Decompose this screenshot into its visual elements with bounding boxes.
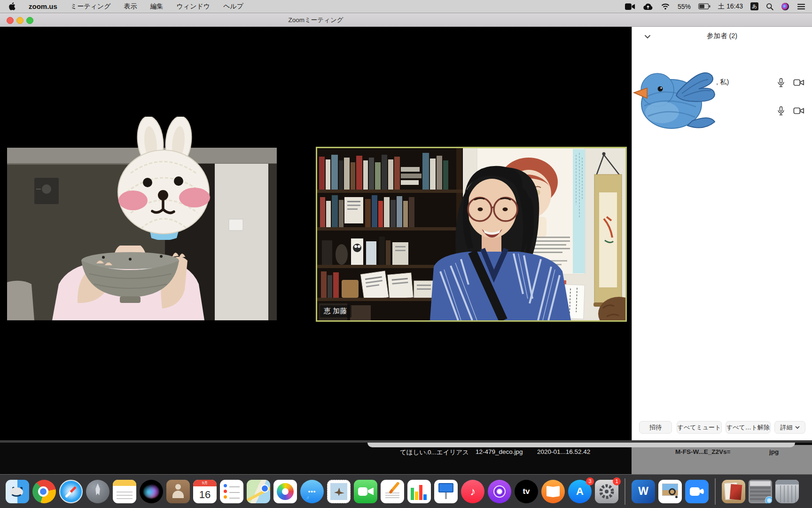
appstore-badge: 3 [586,477,594,485]
participants-header: 参加者 (2) [632,27,812,45]
dock-appletv-icon[interactable]: tv [515,480,538,503]
window-bottom-edge [367,443,795,447]
clock[interactable]: 土 16:43 [718,2,743,11]
participant-mic-icon[interactable] [776,106,786,118]
dock-music-icon[interactable]: ♪ [461,480,484,503]
dock-podcasts-icon[interactable] [488,480,511,503]
desktop-file-label[interactable]: てほしい.0...エイリアス [400,448,469,457]
dock-divider [625,478,625,505]
window-title: Zoomミーティング [0,13,632,27]
more-chevron-icon [795,426,800,429]
cloud-upload-icon[interactable] [643,3,653,10]
dock-appstore-icon[interactable]: A 3 [568,480,592,503]
dock-finder-icon[interactable] [6,480,29,503]
dock-preview-icon[interactable] [658,480,682,503]
dock: 5月 16 ••• ♪ tv A 3 1 W [0,474,812,508]
dock-chrome-icon[interactable] [32,480,56,503]
dock-contacts-icon[interactable] [166,480,190,503]
video-status-icon[interactable] [625,3,635,10]
dock-launchpad-icon[interactable] [86,480,109,503]
menu-bar: zoom.us ミーティング 表示 編集 ウィンドウ ヘルプ 55% 土 16:… [0,0,812,13]
battery-percent: 55% [678,3,691,10]
minimized-window-safari-badge [765,496,772,503]
menu-help[interactable]: ヘルプ [223,2,243,11]
participants-actions: 招待 すべてミュート すべて…ト解除 詳細 [632,421,812,434]
spotlight-search-icon[interactable] [766,3,773,10]
dock-calendar-icon[interactable]: 5月 16 [193,480,217,503]
participant-video-icon[interactable] [793,106,804,118]
dock-photos-icon[interactable] [273,480,297,503]
dock-minimized-window-icon[interactable] [749,480,772,503]
participant-bird-avatar[interactable] [633,68,717,130]
dock-trash-icon[interactable] [775,480,799,503]
speaker-name-label: 恵 加藤 [320,305,351,318]
mute-all-button[interactable]: すべてミュート [677,421,722,434]
desktop-file-label[interactable]: 12-479_deco.jpg [476,448,523,455]
battery-icon [698,3,710,9]
input-method-icon[interactable]: あ [750,2,758,10]
participants-title: 参加者 (2) [632,32,812,40]
dock-reminders-icon[interactable] [220,480,243,503]
unmute-all-button[interactable]: すべて…ト解除 [726,421,771,434]
dock-keynote-icon[interactable] [434,480,458,503]
siri-menu-icon[interactable] [781,2,789,11]
desktop-file-label[interactable]: M-FS-W...E_Z2Vs= [675,448,730,455]
menu-view[interactable]: 表示 [124,2,137,11]
desktop-file-label[interactable]: jpg [769,448,779,455]
active-speaker-scene [317,148,625,320]
menu-meeting[interactable]: ミーティング [70,2,111,11]
apple-menu-icon[interactable] [8,2,16,10]
dock-notes-icon[interactable] [113,480,136,503]
dock-word-icon[interactable]: W [632,480,655,503]
collapse-chevron-icon[interactable] [644,32,651,41]
notification-center-icon[interactable] [797,3,805,10]
dock-messages-icon[interactable]: ••• [300,480,324,503]
invite-button[interactable]: 招待 [639,421,672,434]
dock-facetime-icon[interactable] [354,480,377,503]
menu-window[interactable]: ウィンドウ [176,2,210,11]
dock-siri-icon[interactable] [140,480,163,503]
more-button[interactable]: 詳細 [774,421,805,434]
dock-safari-icon[interactable] [59,480,83,503]
dock-divider [715,478,716,505]
participants-panel: 参加者 (2) 恵 加藤 (ホスト, 私) [632,27,812,440]
dock-zoom-icon[interactable] [685,480,709,503]
zoom-window-titlebar[interactable]: Zoomミーティング [0,13,812,27]
host-mic-icon[interactable] [776,78,786,90]
wifi-icon[interactable] [661,3,670,10]
dock-documents-stack-icon[interactable] [722,480,745,503]
menu-app-name[interactable]: zoom.us [29,2,57,10]
video-tile-active-speaker[interactable]: 恵 加藤 [316,147,627,322]
dock-system-preferences-icon[interactable]: 1 [595,480,618,503]
dock-books-icon[interactable] [541,480,565,503]
rabbit-face-sticker [117,117,211,240]
participant-row-2-icons [776,106,804,118]
menu-edit[interactable]: 編集 [150,2,163,11]
dock-pages-icon[interactable] [381,480,404,503]
desktop: { "menu_bar": { "items": ["zoom.us", "ミー… [0,0,812,508]
host-video-icon[interactable] [793,78,804,90]
dock-maps-icon[interactable] [247,480,270,503]
dock-mail-icon[interactable] [327,480,351,503]
dock-numbers-icon[interactable] [407,480,431,503]
preferences-badge: 1 [613,477,621,485]
desktop-file-label[interactable]: 2020-01...16.52.42 [537,448,590,455]
